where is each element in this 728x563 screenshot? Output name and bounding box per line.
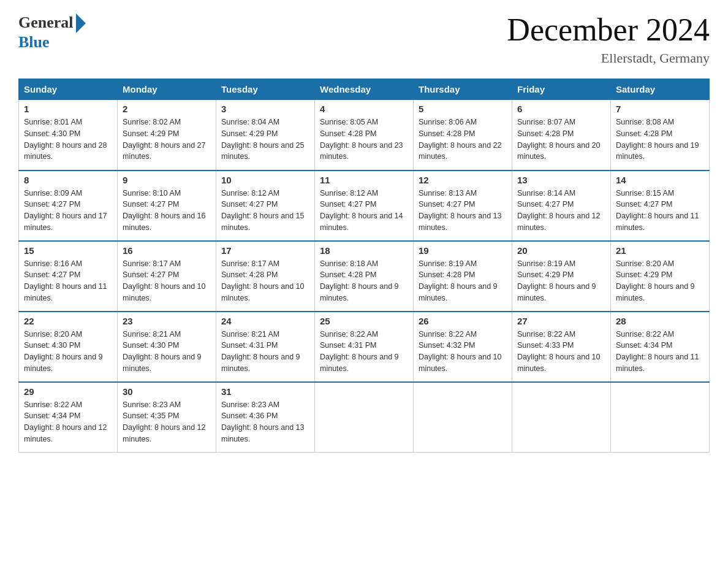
day-info: Sunrise: 8:07 AMSunset: 4:28 PMDaylight:… [517, 118, 601, 161]
day-info: Sunrise: 8:04 AMSunset: 4:29 PMDaylight:… [221, 118, 305, 161]
title-area: December 2024 Ellerstadt, Germany [507, 12, 710, 66]
day-number: 21 [616, 245, 704, 256]
day-info: Sunrise: 8:20 AMSunset: 4:29 PMDaylight:… [616, 259, 695, 302]
day-number: 29 [24, 386, 112, 397]
day-info: Sunrise: 8:10 AMSunset: 4:27 PMDaylight:… [123, 189, 206, 232]
calendar-title: December 2024 [507, 12, 710, 47]
day-cell: 27 Sunrise: 8:22 AMSunset: 4:33 PMDaylig… [512, 312, 611, 382]
day-cell: 18 Sunrise: 8:18 AMSunset: 4:28 PMDaylig… [315, 241, 414, 312]
day-cell: 11 Sunrise: 8:12 AMSunset: 4:27 PMDaylig… [315, 170, 414, 241]
day-cell [414, 382, 512, 453]
day-info: Sunrise: 8:22 AMSunset: 4:31 PMDaylight:… [320, 330, 399, 373]
week-row-5: 29 Sunrise: 8:22 AMSunset: 4:34 PMDaylig… [19, 382, 710, 453]
day-cell: 12 Sunrise: 8:13 AMSunset: 4:27 PMDaylig… [414, 170, 512, 241]
header-monday: Monday [118, 79, 216, 100]
day-number: 31 [221, 386, 309, 397]
day-cell: 10 Sunrise: 8:12 AMSunset: 4:27 PMDaylig… [216, 170, 315, 241]
day-cell: 14 Sunrise: 8:15 AMSunset: 4:27 PMDaylig… [611, 170, 710, 241]
day-info: Sunrise: 8:12 AMSunset: 4:27 PMDaylight:… [320, 189, 403, 232]
day-cell: 30 Sunrise: 8:23 AMSunset: 4:35 PMDaylig… [118, 382, 216, 453]
header-wednesday: Wednesday [315, 79, 414, 100]
day-cell: 22 Sunrise: 8:20 AMSunset: 4:30 PMDaylig… [19, 312, 118, 382]
week-row-1: 1 Sunrise: 8:01 AMSunset: 4:30 PMDayligh… [19, 100, 710, 170]
day-cell: 8 Sunrise: 8:09 AMSunset: 4:27 PMDayligh… [19, 170, 118, 241]
logo-blue-text: Blue [18, 33, 50, 52]
day-info: Sunrise: 8:21 AMSunset: 4:31 PMDaylight:… [221, 330, 300, 373]
day-cell [512, 382, 611, 453]
day-cell: 3 Sunrise: 8:04 AMSunset: 4:29 PMDayligh… [216, 100, 315, 170]
header-thursday: Thursday [414, 79, 512, 100]
day-info: Sunrise: 8:22 AMSunset: 4:34 PMDaylight:… [616, 330, 699, 373]
day-cell: 7 Sunrise: 8:08 AMSunset: 4:28 PMDayligh… [611, 100, 710, 170]
day-info: Sunrise: 8:19 AMSunset: 4:29 PMDaylight:… [517, 259, 596, 302]
day-number: 25 [320, 316, 408, 326]
day-number: 10 [221, 175, 309, 185]
day-info: Sunrise: 8:15 AMSunset: 4:27 PMDaylight:… [616, 189, 699, 232]
day-cell: 20 Sunrise: 8:19 AMSunset: 4:29 PMDaylig… [512, 241, 611, 312]
day-cell: 1 Sunrise: 8:01 AMSunset: 4:30 PMDayligh… [19, 100, 118, 170]
day-info: Sunrise: 8:06 AMSunset: 4:28 PMDaylight:… [419, 118, 502, 161]
day-cell [315, 382, 414, 453]
logo: General Blue [18, 12, 86, 52]
day-cell: 21 Sunrise: 8:20 AMSunset: 4:29 PMDaylig… [611, 241, 710, 312]
day-info: Sunrise: 8:05 AMSunset: 4:28 PMDaylight:… [320, 118, 403, 161]
header-friday: Friday [512, 79, 611, 100]
day-info: Sunrise: 8:19 AMSunset: 4:28 PMDaylight:… [419, 259, 498, 302]
day-number: 5 [419, 104, 507, 114]
day-number: 23 [123, 316, 211, 326]
calendar-table: SundayMondayTuesdayWednesdayThursdayFrid… [18, 79, 710, 453]
day-number: 30 [123, 386, 211, 397]
header-saturday: Saturday [611, 79, 710, 100]
day-number: 22 [24, 316, 112, 326]
day-number: 20 [517, 245, 605, 256]
day-cell: 19 Sunrise: 8:19 AMSunset: 4:28 PMDaylig… [414, 241, 512, 312]
day-number: 3 [221, 104, 309, 114]
day-number: 4 [320, 104, 408, 114]
day-cell [611, 382, 710, 453]
day-number: 14 [616, 175, 704, 185]
day-number: 9 [123, 175, 211, 185]
week-row-3: 15 Sunrise: 8:16 AMSunset: 4:27 PMDaylig… [19, 241, 710, 312]
day-number: 13 [517, 175, 605, 185]
day-cell: 26 Sunrise: 8:22 AMSunset: 4:32 PMDaylig… [414, 312, 512, 382]
day-number: 18 [320, 245, 408, 256]
day-info: Sunrise: 8:16 AMSunset: 4:27 PMDaylight:… [24, 259, 107, 302]
day-info: Sunrise: 8:01 AMSunset: 4:30 PMDaylight:… [24, 118, 107, 161]
day-number: 16 [123, 245, 211, 256]
week-row-2: 8 Sunrise: 8:09 AMSunset: 4:27 PMDayligh… [19, 170, 710, 241]
day-info: Sunrise: 8:09 AMSunset: 4:27 PMDaylight:… [24, 189, 107, 232]
day-number: 7 [616, 104, 704, 114]
day-number: 1 [24, 104, 112, 114]
calendar-subtitle: Ellerstadt, Germany [507, 50, 710, 66]
day-info: Sunrise: 8:14 AMSunset: 4:27 PMDaylight:… [517, 189, 601, 232]
day-number: 26 [419, 316, 507, 326]
day-info: Sunrise: 8:08 AMSunset: 4:28 PMDaylight:… [616, 118, 699, 161]
day-number: 8 [24, 175, 112, 185]
logo-general-text: General [18, 13, 74, 32]
day-number: 27 [517, 316, 605, 326]
day-number: 19 [419, 245, 507, 256]
day-info: Sunrise: 8:02 AMSunset: 4:29 PMDaylight:… [123, 118, 206, 161]
day-cell: 28 Sunrise: 8:22 AMSunset: 4:34 PMDaylig… [611, 312, 710, 382]
day-cell: 13 Sunrise: 8:14 AMSunset: 4:27 PMDaylig… [512, 170, 611, 241]
day-info: Sunrise: 8:12 AMSunset: 4:27 PMDaylight:… [221, 189, 305, 232]
header-sunday: Sunday [19, 79, 118, 100]
day-number: 2 [123, 104, 211, 114]
day-info: Sunrise: 8:22 AMSunset: 4:32 PMDaylight:… [419, 330, 502, 373]
day-number: 12 [419, 175, 507, 185]
day-cell: 17 Sunrise: 8:17 AMSunset: 4:28 PMDaylig… [216, 241, 315, 312]
day-number: 28 [616, 316, 704, 326]
day-info: Sunrise: 8:17 AMSunset: 4:28 PMDaylight:… [221, 259, 305, 302]
day-cell: 29 Sunrise: 8:22 AMSunset: 4:34 PMDaylig… [19, 382, 118, 453]
day-number: 6 [517, 104, 605, 114]
day-cell: 25 Sunrise: 8:22 AMSunset: 4:31 PMDaylig… [315, 312, 414, 382]
day-cell: 23 Sunrise: 8:21 AMSunset: 4:30 PMDaylig… [118, 312, 216, 382]
day-number: 11 [320, 175, 408, 185]
day-info: Sunrise: 8:22 AMSunset: 4:34 PMDaylight:… [24, 400, 107, 443]
day-info: Sunrise: 8:23 AMSunset: 4:36 PMDaylight:… [221, 400, 305, 443]
day-info: Sunrise: 8:17 AMSunset: 4:27 PMDaylight:… [123, 259, 206, 302]
day-number: 24 [221, 316, 309, 326]
day-cell: 2 Sunrise: 8:02 AMSunset: 4:29 PMDayligh… [118, 100, 216, 170]
day-cell: 4 Sunrise: 8:05 AMSunset: 4:28 PMDayligh… [315, 100, 414, 170]
day-number: 15 [24, 245, 112, 256]
